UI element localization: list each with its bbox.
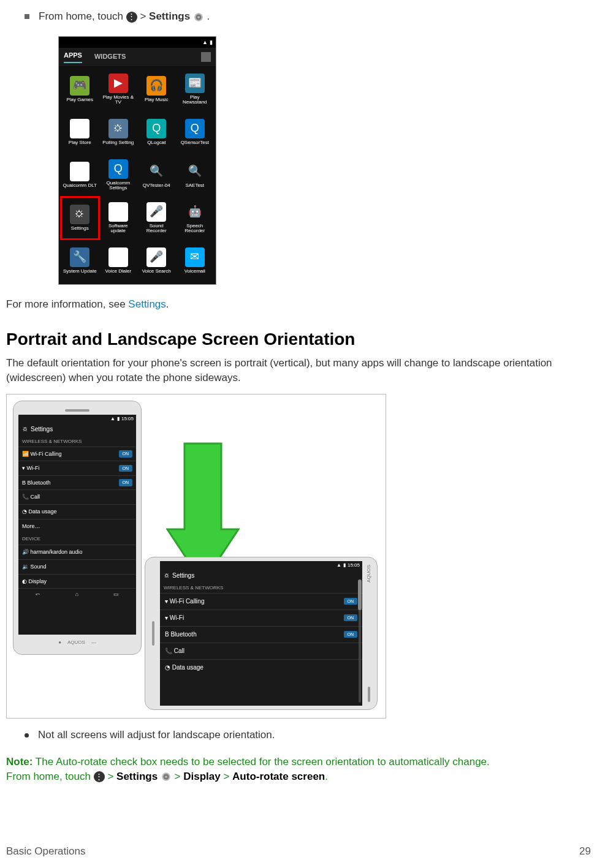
app-label: QSensorTest (181, 140, 209, 146)
app-label: Voice Dialer (105, 269, 131, 274)
apps-drawer-icon: ⋮⋮⋮ (126, 12, 137, 23)
app-label: Speech Recorder (178, 224, 213, 235)
l-batt-icon: ▮ (343, 562, 346, 568)
app-cell: ⛭Settings (61, 197, 99, 239)
settings-row: B BluetoothON (160, 626, 362, 643)
app-icon: ⛭ (108, 202, 128, 222)
app-cell: 🎤Voice Search (138, 240, 175, 282)
p-rows2: 🔊 harman/kardon audio🔉 Sound◐ Display (18, 545, 136, 588)
settings-row: ◐ Display (18, 574, 136, 589)
row-label: Wi-Fi (27, 465, 40, 471)
intro-bullet-row: From home, touch ⋮⋮⋮ > Settings . (25, 9, 591, 24)
settings-row: More… (18, 519, 136, 534)
settings-link[interactable]: Settings (128, 298, 165, 310)
app-label: Play Games (66, 97, 93, 103)
more-info-line: For more information, see Settings. (6, 297, 591, 312)
app-label: Play Music (145, 97, 169, 103)
app-icon: ▶ (70, 119, 89, 138)
app-icon: ⛭ (108, 119, 128, 138)
battery-icon: ▮ (210, 39, 213, 47)
note-gt1: > (105, 771, 116, 782)
settings-row: ▾ Wi-FiON (18, 461, 136, 475)
intro-line: From home, touch ⋮⋮⋮ > Settings . (39, 9, 591, 24)
settings-row: ▾ Wi-FiON (160, 609, 362, 626)
app-icon: 🎮 (70, 76, 89, 96)
svg-point-5 (165, 776, 167, 779)
app-icon: ◧ (70, 162, 89, 181)
p-navbar: ⤺ ⌂ ▭ (18, 588, 136, 600)
l-title-row: ⛭Settings (160, 568, 362, 583)
note-text2-pre: From home, touch (6, 771, 94, 782)
app-label: Voicemail (184, 269, 205, 274)
recent-icon: ▭ (113, 591, 119, 598)
l-speaker (149, 561, 158, 706)
dash-icon: — (91, 639, 96, 646)
tab-widgets: WIDGETS (94, 52, 126, 61)
dot-icon: ● (58, 639, 61, 646)
round-bullet-icon (25, 733, 29, 738)
row-label: harman/kardon audio (31, 549, 83, 555)
toggle-on: ON (119, 479, 133, 486)
app-cell: ▶Play Store (61, 111, 99, 153)
app-cell: ✉Voicemail (177, 240, 214, 282)
settings-gear-icon (161, 771, 172, 782)
settings-row: ◔ Data usage (160, 659, 362, 676)
app-icon: Q (185, 119, 205, 138)
p-statusbar: ▲▮15:05 (18, 415, 136, 422)
note-display: Display (183, 771, 220, 782)
row-label: Bluetooth (28, 480, 51, 486)
app-cell: ⛭Software update (100, 197, 137, 239)
app-label: QLogcat (147, 140, 165, 146)
app-cell: 🔍SAETest (177, 154, 214, 196)
settings-row: ▾ Wi-Fi CallingON (160, 593, 362, 609)
p-header: WIRELESS & NETWORKS (18, 437, 136, 446)
orientation-figure: ▲▮15:05 ⛭Settings WIRELESS & NETWORKS 📶 … (6, 394, 386, 719)
app-cell: 🎮Play Games (61, 69, 99, 110)
app-cell: 🎧Play Music (138, 69, 175, 110)
home-icon: ⌂ (75, 591, 78, 598)
app-cell: ◧Qualcomm DLT (61, 154, 99, 196)
side-button-icon (368, 687, 370, 702)
tab-apps: APPS (64, 51, 82, 63)
moreinfo-pre: For more information, see (6, 298, 128, 310)
p-bottom: ● AQUOS — (18, 635, 136, 649)
row-icon: 📶 (22, 451, 29, 457)
row-icon: ◔ (22, 508, 27, 515)
app-cell: ⛭Polling Setting (100, 111, 137, 153)
intro-period: . (207, 10, 210, 22)
portrait-phone: ▲▮15:05 ⛭Settings WIRELESS & NETWORKS 📶 … (13, 401, 142, 655)
gear-icon: ⛭ (164, 572, 170, 580)
page-footer: Basic Operations 29 (6, 844, 591, 859)
row-label: Data usage (172, 664, 203, 671)
app-icon: 🤖 (185, 202, 205, 222)
p-rows: 📶 Wi-Fi CallingON▾ Wi-FiONB BluetoothON📞… (18, 447, 136, 534)
settings-row: 📶 Wi-Fi CallingON (18, 447, 136, 461)
row-icon: 🔊 (22, 549, 29, 555)
row-icon: ◐ (22, 578, 27, 584)
svg-point-2 (197, 16, 200, 18)
app-icon: 🗣 (108, 247, 128, 267)
scrollbar-thumb (358, 579, 362, 610)
app-cell: QQSensorTest (177, 111, 214, 153)
l-signal-icon: ▲ (337, 562, 341, 568)
note-bullet-row: Not all screens will adjust for landscap… (25, 728, 591, 742)
toggle-on: ON (344, 614, 358, 622)
tab-row: APPS WIDGETS (59, 48, 216, 66)
row-label: Display (29, 578, 47, 584)
footer-left: Basic Operations (6, 844, 85, 859)
settings-row: B BluetoothON (18, 475, 136, 490)
portrait-screen: ▲▮15:05 ⛭Settings WIRELESS & NETWORKS 📶 … (18, 415, 136, 635)
p-batt-icon: ▮ (117, 415, 120, 422)
app-cell: 🔍QVTester-04 (138, 154, 175, 196)
app-icon: 🔧 (70, 247, 89, 267)
app-icon: 🔍 (185, 162, 205, 181)
row-label: More… (22, 523, 40, 529)
row-label: Call (174, 647, 184, 654)
app-cell: 🤖Speech Recorder (177, 197, 214, 239)
row-icon: ▾ (22, 465, 25, 471)
l-brand: AQUOS (365, 565, 372, 583)
l-time: 15:05 (348, 562, 360, 568)
row-label: Wi-Fi Calling (31, 451, 62, 457)
p-title-row: ⛭Settings (18, 422, 136, 437)
settings-row: 🔉 Sound (18, 559, 136, 574)
